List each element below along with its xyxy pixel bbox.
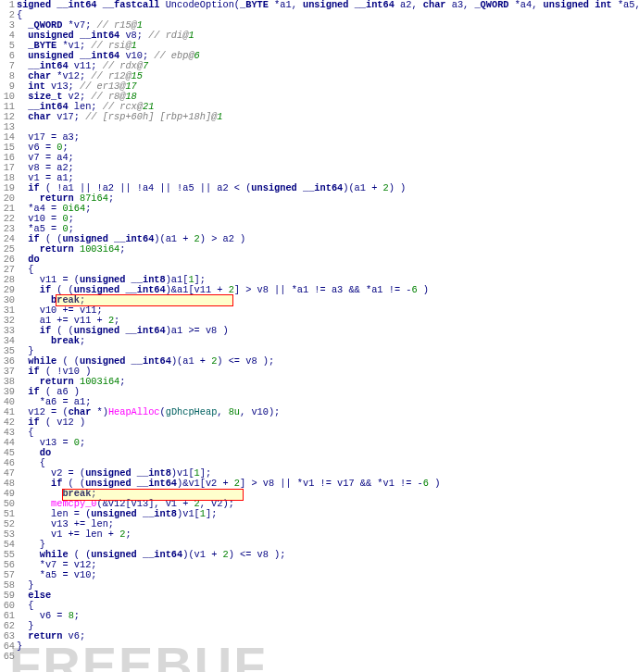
code-line [17, 122, 639, 132]
code-line: v8 = a2; [17, 163, 639, 173]
code-line: signed __int64 __fastcall UncodeOption(_… [17, 0, 639, 10]
code-line: break; [17, 295, 639, 305]
code-line: { [17, 601, 639, 611]
decompiler-view: FREEBUF 12345678910111213141516171819202… [0, 0, 639, 672]
code-line: } [17, 641, 639, 652]
code-line: if ( v12 ) [17, 417, 639, 428]
code-line: v17 = a3; [17, 132, 639, 143]
code-line: while ( (unsigned __int64)(v1 + 2) <= v8… [17, 550, 639, 560]
code-line: } [17, 621, 639, 631]
code-line: while ( (unsigned __int64)(a1 + 2) <= v8… [17, 356, 639, 367]
code-line: } [17, 580, 639, 591]
code-line: v10 = 0; [17, 214, 639, 224]
code-line: if ( (unsigned __int64)&a1[v11 + 2] > v8… [17, 285, 639, 295]
code-line: if ( a6 ) [17, 387, 639, 397]
code-line: v12 = (char *)HeapAlloc(gDhcpHeap, 8u, v… [17, 407, 639, 417]
code-line: do [17, 255, 639, 265]
code-line: v1 += len + 2; [17, 529, 639, 540]
code-line: return v6; [17, 631, 639, 641]
code-listing: signed __int64 __fastcall UncodeOption(_… [17, 0, 639, 652]
code-line: if ( (unsigned __int64)&v1[v2 + 2] > v8 … [17, 479, 639, 489]
code-line: *a4 = 0i64; [17, 204, 639, 214]
code-line: v13 = 0; [17, 438, 639, 448]
code-line: { [17, 428, 639, 438]
code-line: v7 = a4; [17, 153, 639, 163]
code-line: return 1003i64; [17, 377, 639, 387]
code-line: *a5 = v10; [17, 570, 639, 580]
line-number-gutter: 1234567891011121314151617181920212223242… [0, 0, 15, 662]
code-line: v6 = 0; [17, 143, 639, 153]
code-line: return 1003i64; [17, 244, 639, 255]
code-line: else [17, 591, 639, 601]
code-line: *v7 = v12; [17, 560, 639, 570]
line-number: 65 [0, 652, 15, 662]
watermark: FREEBUF [9, 660, 267, 670]
code-line: char v17; // [rsp+60h] [rbp+18h]@1 [17, 112, 639, 122]
code-line: if ( (unsigned __int64)a1 >= v8 ) [17, 326, 639, 336]
code-line: break; [17, 336, 639, 346]
code-line: v6 = 8; [17, 611, 639, 621]
code-line: do [17, 448, 639, 458]
code-line: return 87i64; [17, 193, 639, 204]
